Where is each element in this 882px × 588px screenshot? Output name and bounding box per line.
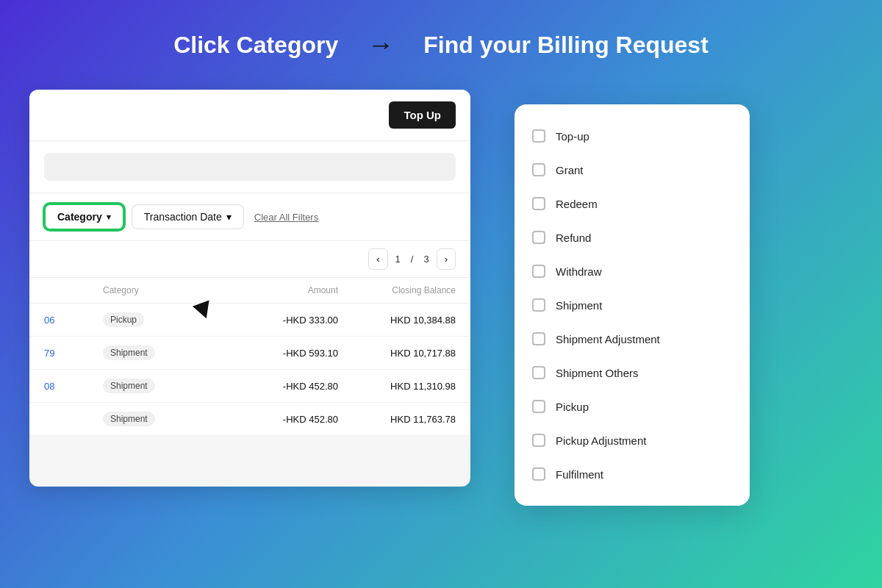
total-pages: 3	[420, 254, 431, 265]
table-row[interactable]: 08 Shipment -HKD 452.80 HKD 11,310.98	[29, 370, 470, 403]
category-badge: Shipment	[103, 379, 155, 393]
cell-id: 08	[44, 381, 103, 392]
dropdown-item-label: Shipment Others	[556, 367, 639, 379]
dropdown-item[interactable]: Redeem	[514, 187, 750, 220]
dropdown-checkbox[interactable]	[532, 298, 545, 312]
cell-amount: -HKD 452.80	[220, 381, 338, 392]
dropdown-item-label: Withdraw	[556, 265, 602, 278]
category-filter-button[interactable]: Category ▾	[44, 204, 124, 230]
dropdown-item-label: Pickup	[556, 401, 589, 413]
cell-category: Shipment	[103, 345, 220, 360]
table-header-row: Category Amount Closing Balance	[29, 278, 470, 304]
header-section: Click Category → Find your Billing Reque…	[0, 0, 882, 82]
dropdown-checkbox[interactable]	[532, 332, 545, 345]
dropdown-item-label: Redeem	[556, 198, 598, 210]
page-separator: /	[408, 254, 417, 265]
dropdown-item[interactable]: Shipment Others	[514, 356, 750, 390]
cell-balance: HKD 11,310.98	[338, 381, 456, 392]
prev-page-button[interactable]: ‹	[368, 248, 387, 270]
cell-category: Shipment	[103, 412, 220, 426]
dropdown-item[interactable]: Pickup	[514, 390, 750, 423]
search-area	[29, 141, 470, 193]
top-up-button[interactable]: Top Up	[389, 101, 456, 129]
dropdown-item-label: Pickup Adjustment	[556, 434, 646, 447]
table-data-rows: 06 Pickup -HKD 333.00 HKD 10,384.88 79 S…	[29, 304, 470, 436]
header-right-text: Find your Billing Request	[423, 32, 709, 59]
col-balance-header: Closing Balance	[338, 285, 456, 295]
table-panel: Top Up Category ▾ Transaction Date ▾ Cle…	[29, 90, 470, 487]
col-id-header	[44, 285, 103, 295]
table-top-bar: Top Up	[29, 90, 470, 141]
dropdown-item-label: Shipment Adjustment	[556, 333, 660, 345]
dropdown-item[interactable]: Shipment	[514, 288, 750, 322]
table-row[interactable]: 79 Shipment -HKD 593.10 HKD 10,717.88	[29, 337, 470, 370]
cell-amount: -HKD 593.10	[220, 348, 338, 359]
col-amount-header: Amount	[220, 285, 338, 295]
dropdown-checkbox[interactable]	[532, 467, 545, 481]
transaction-date-label: Transaction Date	[144, 211, 222, 223]
category-badge: Shipment	[103, 412, 155, 426]
search-bar[interactable]	[44, 153, 456, 181]
cell-id: 06	[44, 315, 103, 326]
table-row[interactable]: Shipment -HKD 452.80 HKD 11,763.78	[29, 403, 470, 436]
dropdown-checkbox[interactable]	[532, 197, 545, 210]
dropdown-checkbox[interactable]	[532, 129, 545, 143]
table-row[interactable]: 06 Pickup -HKD 333.00 HKD 10,384.88	[29, 304, 470, 337]
cell-balance: HKD 11,763.78	[338, 414, 456, 425]
category-badge: Shipment	[103, 345, 155, 360]
next-page-button[interactable]: ›	[437, 248, 456, 270]
dropdown-checkbox[interactable]	[532, 265, 545, 278]
category-filter-label: Category	[57, 211, 102, 223]
dropdown-item-label: Top-up	[556, 130, 589, 143]
dropdown-item[interactable]: Withdraw	[514, 254, 750, 288]
col-category-header: Category	[103, 285, 220, 295]
dropdown-item[interactable]: Top-up	[514, 119, 750, 153]
dropdown-item[interactable]: Refund	[514, 220, 750, 254]
dropdown-item-label: Grant	[556, 164, 584, 176]
dropdown-checkbox[interactable]	[532, 163, 545, 176]
dropdown-item[interactable]: Grant	[514, 153, 750, 187]
dropdown-item-label: Refund	[556, 232, 591, 244]
cell-category: Shipment	[103, 379, 220, 393]
filter-row: Category ▾ Transaction Date ▾ Clear All …	[29, 193, 470, 241]
dropdown-checkbox[interactable]	[532, 231, 545, 244]
cell-id: 79	[44, 348, 103, 359]
content-row: Top Up Category ▾ Transaction Date ▾ Cle…	[0, 90, 882, 506]
cell-balance: HKD 10,384.88	[338, 315, 456, 326]
dropdown-checkbox[interactable]	[532, 400, 545, 413]
cell-amount: -HKD 452.80	[220, 414, 338, 425]
pagination-row: ‹ 1 / 3 ›	[29, 241, 470, 278]
category-dropdown-panel: Top-up Grant Redeem Refund Withdraw Ship…	[514, 104, 750, 506]
arrow-icon: →	[368, 29, 394, 60]
dropdown-checkbox[interactable]	[532, 366, 545, 379]
transaction-date-filter-button[interactable]: Transaction Date ▾	[132, 204, 244, 229]
dropdown-item[interactable]: Shipment Adjustment	[514, 322, 750, 356]
clear-all-filters-link[interactable]: Clear All Filters	[254, 212, 318, 223]
dropdown-item-label: Shipment	[556, 299, 602, 312]
current-page: 1	[392, 254, 404, 265]
dropdown-item-label: Fulfilment	[556, 468, 603, 481]
cell-category: Pickup	[103, 312, 220, 327]
dropdown-item[interactable]: Pickup Adjustment	[514, 423, 750, 457]
cell-amount: -HKD 333.00	[220, 315, 338, 326]
header-left-text: Click Category	[173, 32, 338, 59]
cell-balance: HKD 10,717.88	[338, 348, 456, 359]
dropdown-item[interactable]: Fulfilment	[514, 457, 750, 491]
category-badge: Pickup	[103, 312, 144, 327]
dropdown-checkbox[interactable]	[532, 434, 545, 447]
transaction-date-chevron-icon: ▾	[226, 211, 232, 223]
category-chevron-icon: ▾	[107, 212, 111, 222]
